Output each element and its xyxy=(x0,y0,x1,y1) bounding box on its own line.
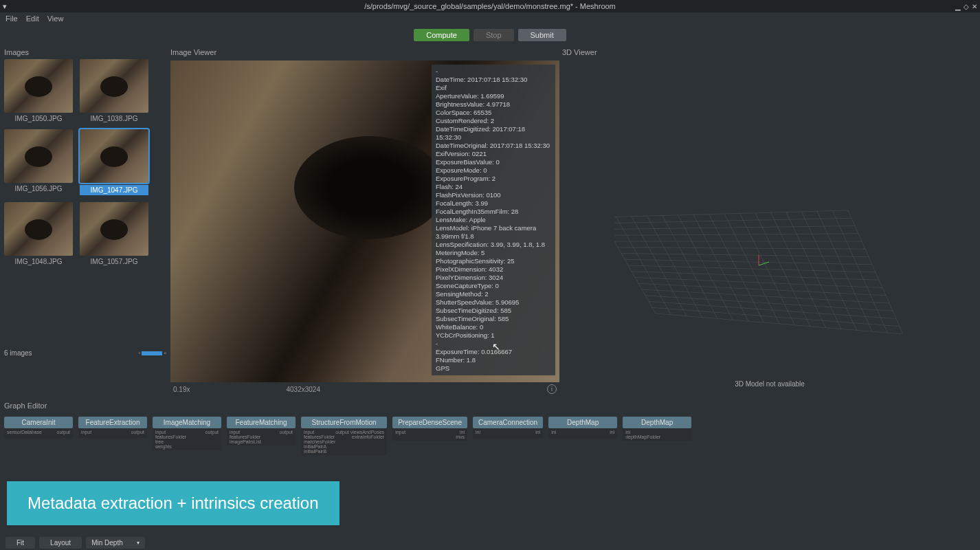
metadata-line: - xyxy=(436,340,551,348)
metadata-line: PixelYDimension: 3024 xyxy=(436,274,551,282)
grid-3d xyxy=(614,197,903,334)
caption-banner: Metadata extraction + intrinsics creatio… xyxy=(7,481,339,525)
graph-title: Graph Editor xyxy=(4,399,976,412)
metadata-line: ExposureBiasValue: 0 xyxy=(436,158,551,166)
graph-node[interactable]: CameraConnectioniniini xyxy=(473,417,543,455)
close-button[interactable]: ✕ xyxy=(972,3,977,10)
thumbnail-label: IMG_1048.JPG xyxy=(4,258,73,265)
layout-button[interactable]: Layout xyxy=(39,537,82,549)
metadata-line: PixelXDimension: 4032 xyxy=(436,265,551,274)
metadata-line: LensSpecification: 3.99, 3.99, 1.8, 1.8 xyxy=(436,241,551,249)
menu-view[interactable]: View xyxy=(47,14,64,23)
images-panel: Images IMG_1050.JPGIMG_1038.JPGIMG_1056.… xyxy=(0,45,170,396)
thumbnail-label: IMG_1056.JPG xyxy=(4,185,73,192)
metadata-line: GPS xyxy=(436,364,551,373)
metadata-line: FocalLength: 3.99 xyxy=(436,199,551,208)
metadata-line: PhotographicSensitivity: 25 xyxy=(436,257,551,265)
svg-line-21 xyxy=(642,289,889,303)
svg-line-30 xyxy=(614,234,858,236)
thumbnail-size-slider[interactable]: ▫ ▫ xyxy=(139,349,166,357)
image-dimensions: 4032x3024 xyxy=(286,386,320,393)
metadata-line: ExifVersion: 0221 xyxy=(436,150,551,158)
metadata-line: Exif xyxy=(436,84,551,92)
metadata-line: DateTime: 2017:07:18 15:32:30 xyxy=(436,76,551,84)
metadata-line: BrightnessValue: 4.97718 xyxy=(436,100,551,109)
svg-line-22 xyxy=(638,283,886,296)
app-icon: ▾ xyxy=(3,2,7,11)
metadata-line: ShutterSpeedValue: 5.90695 xyxy=(436,298,551,307)
metadata-line: SubsecTimeDigitized: 585 xyxy=(436,307,551,315)
info-icon[interactable]: i xyxy=(547,384,557,394)
metadata-line: YCbCrPositioning: 1 xyxy=(436,331,551,340)
svg-line-32 xyxy=(614,218,851,223)
viewer-title: Image Viewer xyxy=(170,45,559,59)
3d-viewport[interactable]: 3D Model not available xyxy=(559,59,980,396)
submit-button[interactable]: Submit xyxy=(518,29,566,41)
svg-line-33 xyxy=(614,210,848,217)
metadata-line: FocalLengthIn35mmFilm: 28 xyxy=(436,208,551,216)
fit-button[interactable]: Fit xyxy=(5,537,35,549)
minimize-button[interactable]: ▁ xyxy=(955,3,961,10)
graph-node[interactable]: FeatureExtractioninputoutput xyxy=(78,417,147,455)
metadata-line: DateTimeDigitized: 2017:07:18 15:32:30 xyxy=(436,125,551,142)
graph-node[interactable]: StructureFromMotioninputfeaturesFolderma… xyxy=(301,417,387,455)
menu-file[interactable]: File xyxy=(5,14,18,23)
menubar: File Edit View xyxy=(0,12,980,25)
metadata-line: Flash: 24 xyxy=(436,183,551,191)
metadata-line: CustomRendered: 2 xyxy=(436,117,551,125)
graph-node[interactable]: DepthMapinidepthMapFolder xyxy=(623,417,691,455)
thumbnail-label: IMG_1038.JPG xyxy=(80,115,148,122)
metadata-line: SubsecTimeOriginal: 585 xyxy=(436,315,551,323)
metadata-line: ExposureProgram: 2 xyxy=(436,175,551,183)
metadata-overlay[interactable]: -DateTime: 2017:07:18 15:32:30ExifApertu… xyxy=(432,65,555,375)
graph-node[interactable]: ImageMatchinginputfeaturesFoldertreeweig… xyxy=(153,417,221,455)
graph-node[interactable]: PrepareDenseSceneinputinimvs xyxy=(392,417,467,455)
svg-line-31 xyxy=(614,226,855,230)
3d-status-message: 3D Model not available xyxy=(735,380,805,388)
image-viewer-panel: Image Viewer -DateTime: 2017:07:18 15:32… xyxy=(170,45,559,396)
compute-button[interactable]: Compute xyxy=(414,29,469,41)
metadata-line: SensingMethod: 2 xyxy=(436,290,551,298)
image-thumbnail[interactable]: IMG_1050.JPG xyxy=(4,59,73,122)
3d-viewer-panel: 3D Viewer RX RY RZ Scale ✓SfM✕ ✓Mesh ✓Te… xyxy=(559,45,980,396)
image-icon: ▫ xyxy=(139,350,141,356)
images-title: Images xyxy=(4,45,166,59)
thumbnail-label: IMG_1050.JPG xyxy=(4,115,73,122)
metadata-line: LensMake: Apple xyxy=(436,216,551,224)
image-thumbnail[interactable]: IMG_1038.JPG xyxy=(80,59,148,122)
thumbnail-label: IMG_1057.JPG xyxy=(80,258,148,265)
stop-button[interactable]: Stop xyxy=(474,29,514,41)
thumbnail-label: IMG_1047.JPG xyxy=(80,185,148,195)
svg-line-25 xyxy=(628,265,876,272)
metadata-line: FNumber: 1.8 xyxy=(436,356,551,364)
graph-node[interactable]: DepthMapiniini xyxy=(548,417,617,455)
metadata-line: ExposureTime: 0.0166667 xyxy=(436,348,551,356)
bottom-bar: Fit Layout Min Depth xyxy=(0,535,980,550)
graph-node[interactable]: CameraInitsensorDatabaseoutput xyxy=(4,417,73,455)
metadata-line: ApertureValue: 1.69599 xyxy=(436,92,551,100)
image-icon: ▫ xyxy=(164,349,166,357)
metadata-line: ColorSpace: 65535 xyxy=(436,109,551,117)
metadata-line: DateTimeOriginal: 2017:07:18 15:32:30 xyxy=(436,142,551,150)
metadata-line: FlashPixVersion: 0100 xyxy=(436,191,551,199)
toolbar: Compute Stop Submit xyxy=(0,25,980,45)
maximize-button[interactable]: ◇ xyxy=(964,3,969,10)
image-thumbnail[interactable]: IMG_1047.JPG xyxy=(80,129,148,195)
titlebar: ▾ /s/prods/mvg/_source_global/samples/ya… xyxy=(0,0,980,12)
window-title: /s/prods/mvg/_source_global/samples/yal/… xyxy=(364,2,616,10)
menu-edit[interactable]: Edit xyxy=(26,14,39,23)
image-thumbnail[interactable]: IMG_1057.JPG xyxy=(80,202,148,265)
image-thumbnail[interactable]: IMG_1056.JPG xyxy=(4,129,73,195)
metadata-line: SceneCaptureType: 0 xyxy=(436,282,551,290)
svg-line-28 xyxy=(618,248,865,250)
image-viewport[interactable]: -DateTime: 2017:07:18 15:32:30ExifApertu… xyxy=(170,60,559,382)
image-thumbnail[interactable]: IMG_1048.JPG xyxy=(4,202,73,265)
svg-line-27 xyxy=(621,254,869,257)
3d-viewer-title: 3D Viewer xyxy=(559,45,980,59)
metadata-line: ExposureMode: 0 xyxy=(436,166,551,175)
zoom-level: 0.19x xyxy=(173,386,190,393)
graph-node[interactable]: FeatureMatchinginputfeaturesFolderimageP… xyxy=(227,417,296,455)
image-count: 6 images xyxy=(4,349,32,357)
metadata-line: - xyxy=(436,67,551,76)
depth-dropdown[interactable]: Min Depth xyxy=(86,537,145,549)
